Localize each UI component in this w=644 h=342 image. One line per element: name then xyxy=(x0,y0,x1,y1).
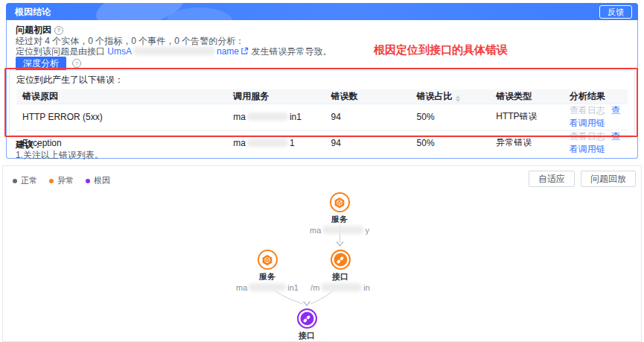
interface-link-prefix: UmsA xyxy=(107,46,132,57)
legend-item-normal: 正常 xyxy=(13,175,37,186)
cell-ratio: 50% xyxy=(411,130,491,156)
cell-type: 异常错误 xyxy=(490,130,564,156)
node-name-suffix: y xyxy=(365,226,369,235)
node-service-top[interactable]: 服务 may xyxy=(291,192,388,235)
col-error-reason: 错误原因 xyxy=(16,89,227,104)
topology-toolbar: 自适应 问题回放 xyxy=(529,171,636,187)
cell-ratio: 50% xyxy=(411,104,491,130)
normal-dot-icon xyxy=(13,179,17,183)
node-name-prefix: ma xyxy=(236,283,247,292)
node-name-suffix: in xyxy=(363,283,370,292)
redacted-text xyxy=(247,113,288,121)
help-icon[interactable]: ? xyxy=(72,59,81,68)
col-error-type: 错误类型 xyxy=(490,89,564,104)
interface-link[interactable]: UmsAname xyxy=(107,46,239,57)
legend-label: 根因 xyxy=(94,175,110,186)
cell-type: HTTP错误 xyxy=(490,104,564,130)
suggestion-item: 1.关注以上错误列表。 xyxy=(16,149,103,162)
table-row: HTTP ERROR (5xx) main1 94 50% HTTP错误 查看日… xyxy=(16,104,628,130)
view-log-link[interactable]: 查看日志 xyxy=(570,105,605,115)
redacted-text xyxy=(133,47,215,55)
annotation-text: 根因定位到接口的具体错误 xyxy=(374,43,508,57)
service-icon xyxy=(258,250,278,270)
redacted-text xyxy=(321,283,362,291)
redacted-text xyxy=(322,226,363,234)
legend-label: 正常 xyxy=(21,175,37,186)
panel-header-bar: 根因结论 反馈 xyxy=(6,3,638,21)
sort-icon[interactable] xyxy=(456,95,460,102)
node-name: /min xyxy=(292,283,389,292)
help-icon[interactable]: ? xyxy=(54,26,63,35)
service-icon xyxy=(330,192,350,212)
node-interface-right[interactable]: 接口 /min xyxy=(292,250,389,292)
deep-analysis-button[interactable]: 深度分析 xyxy=(16,57,66,71)
col-error-count: 错误数 xyxy=(325,89,411,104)
col-calling-service: 调用服务 xyxy=(227,89,325,104)
cell-service: ma1 xyxy=(227,130,325,156)
node-interface-root[interactable]: 接口 Umme xyxy=(258,308,355,342)
interface-icon xyxy=(297,308,317,329)
conclusion-prefix: 定位到该问题是由接口 xyxy=(16,46,105,57)
node-name: may xyxy=(291,226,388,235)
node-name-prefix: /m xyxy=(310,283,319,292)
service-suffix: in1 xyxy=(290,112,302,122)
cell-count: 94 xyxy=(325,104,411,130)
legend-item-root: 根因 xyxy=(86,175,110,186)
view-log-link[interactable]: 查看日志 xyxy=(570,131,605,142)
node-type-label: 接口 xyxy=(292,271,389,282)
abnormal-dot-icon xyxy=(49,179,54,183)
error-table: 错误原因 调用服务 错误数 错误占比 错误类型 分析结果 HTTP ERROR … xyxy=(16,89,628,156)
redacted-text xyxy=(249,283,286,291)
auto-fit-button[interactable]: 自适应 xyxy=(529,171,575,187)
feedback-button[interactable]: 反馈 xyxy=(599,5,632,19)
root-cause-panel: 问题初因 ? 经过对 4 个实体，0 个指标，0 个事件，0 个告警的分析： 定… xyxy=(6,20,638,159)
legend-item-abnormal: 异常 xyxy=(49,175,74,186)
error-list-box: 定位到此产生了以下错误： 错误原因 调用服务 错误数 错误占比 错误类型 分析结… xyxy=(9,70,635,136)
node-type-label: 服务 xyxy=(291,214,388,225)
service-prefix: ma xyxy=(233,138,246,148)
redacted-text xyxy=(247,139,288,147)
legend-label: 异常 xyxy=(57,175,74,186)
interface-link-suffix: name xyxy=(217,46,239,57)
status-legend: 正常 异常 根因 xyxy=(13,175,110,186)
root-cause-page: 根因结论 反馈 问题初因 ? 经过对 4 个实体，0 个指标，0 个事件，0 个… xyxy=(0,0,644,342)
cell-service: main1 xyxy=(227,104,325,130)
root-cause-dot-icon xyxy=(86,179,90,183)
cell-reason: HTTP ERROR (5xx) xyxy=(16,104,227,130)
service-prefix: ma xyxy=(233,112,246,122)
cell-actions: 查看日志查看调用链 xyxy=(564,104,628,130)
interface-icon xyxy=(331,250,351,270)
col-error-ratio-label: 错误占比 xyxy=(417,91,453,101)
table-row: Exception ma1 94 50% 异常错误 查看日志查看调用链 xyxy=(16,130,628,156)
node-name-prefix: ma xyxy=(310,226,321,235)
col-analysis-result: 分析结果 xyxy=(564,89,628,104)
cell-count: 94 xyxy=(325,130,411,156)
panel-title: 根因结论 xyxy=(15,6,51,19)
service-suffix: 1 xyxy=(290,138,295,148)
topology-panel: 正常 异常 根因 自适应 问题回放 服务 may xyxy=(2,165,642,342)
col-error-ratio: 错误占比 xyxy=(411,89,491,104)
node-type-label: 接口 xyxy=(258,330,355,341)
error-table-header-row: 错误原因 调用服务 错误数 错误占比 错误类型 分析结果 xyxy=(16,89,628,104)
error-list-intro: 定位到此产生了以下错误： xyxy=(16,74,628,86)
external-link-icon[interactable] xyxy=(240,47,249,57)
conclusion-suffix: 发生错误异常导致。 xyxy=(251,46,331,57)
cell-actions: 查看日志查看调用链 xyxy=(564,130,628,156)
problem-replay-button[interactable]: 问题回放 xyxy=(581,171,636,187)
